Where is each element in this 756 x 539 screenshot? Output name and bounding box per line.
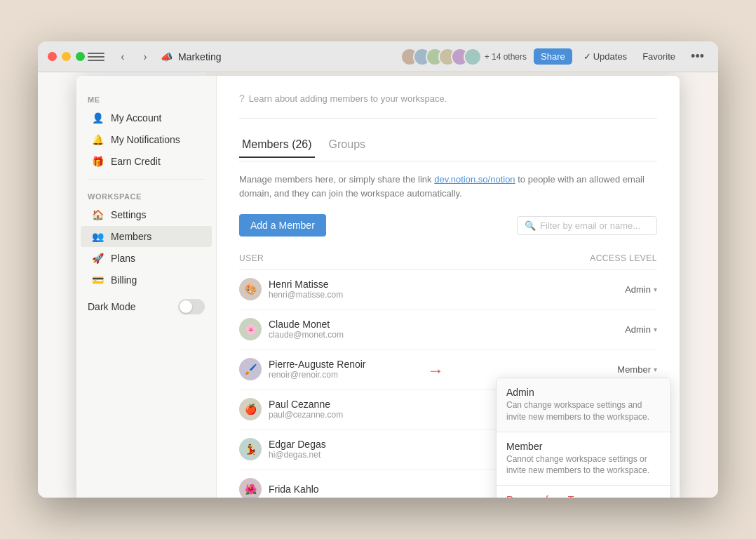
member-access-2[interactable]: Admin ▾ (625, 324, 657, 335)
learn-link[interactable]: ? Learn about adding members to your wor… (239, 93, 657, 119)
settings-icon: 🏠 (92, 209, 104, 220)
share-button[interactable]: Share (534, 48, 572, 65)
plans-icon: 🚀 (92, 253, 104, 264)
credit-icon: 🎁 (92, 156, 104, 167)
sidebar-toggle-button[interactable] (88, 48, 104, 65)
member-email-4: paul@cezanne.com (269, 410, 343, 420)
dropdown-admin-title: Admin (506, 387, 661, 398)
member-details-2: Claude Monet claude@monet.com (269, 319, 344, 340)
sidebar-item-plans[interactable]: 🚀 Plans (81, 248, 212, 269)
member-info-3: 🖌️ Pierre-Auguste Renoir renoir@renoir.c… (239, 358, 366, 380)
member-info-2: 🌸 Claude Monet claude@monet.com (239, 318, 344, 340)
sidebar-label-earn-credit: Earn Credit (111, 156, 161, 167)
sidebar-label-plans: Plans (111, 253, 135, 264)
app-window: ‹ › 📣 Marketing + 14 others Share ✓ Upda… (38, 41, 718, 498)
filter-input[interactable] (540, 220, 649, 231)
member-name-2: Claude Monet (269, 319, 344, 330)
chevron-down-icon-3: ▾ (654, 366, 657, 373)
arrow-indicator: → (427, 361, 444, 380)
dark-mode-label: Dark Mode (88, 301, 135, 312)
sidebar-item-settings[interactable]: 🏠 Settings (81, 204, 212, 225)
member-details-1: Henri Matisse henri@matisse.com (269, 279, 343, 300)
member-email-2: claude@monet.com (269, 330, 344, 340)
member-details-6: Frida Kahlo (269, 484, 319, 495)
close-button[interactable] (48, 52, 57, 61)
member-avatar-5: 💃 (239, 438, 262, 460)
avatar-6 (464, 48, 482, 66)
question-icon: ? (239, 93, 245, 104)
dropdown-member-title: Member (506, 441, 661, 452)
member-info-6: 🌺 Frida Kahlo (239, 478, 319, 498)
settings-sidebar: ME 👤 My Account 🔔 My Notifications 🎁 Ear… (76, 76, 217, 498)
member-row-3: 🖌️ Pierre-Auguste Renoir renoir@renoir.c… (239, 350, 657, 390)
member-details-4: Paul Cezanne paul@cezanne.com (269, 399, 343, 420)
member-name-3: Pierre-Auguste Renoir (269, 359, 366, 370)
members-icon: 👥 (92, 231, 104, 242)
billing-icon: 💳 (92, 274, 104, 286)
me-section-label: ME (76, 90, 216, 107)
member-access-3[interactable]: Member ▾ (617, 364, 657, 375)
member-name-5: Edgar Degas (269, 439, 326, 450)
minimize-button[interactable] (62, 52, 71, 61)
member-info-1: 🎨 Henri Matisse henri@matisse.com (239, 278, 343, 300)
sidebar-item-billing[interactable]: 💳 Billing (81, 270, 212, 291)
page-icon: 📣 (161, 51, 173, 62)
titlebar-right: + 14 others Share ✓ Updates Favorite ••• (400, 48, 708, 66)
actions-row: Add a Member 🔍 (239, 214, 657, 237)
member-info-4: 🍎 Paul Cezanne paul@cezanne.com (239, 398, 343, 420)
member-row-2: 🌸 Claude Monet claude@monet.com Admin ▾ (239, 310, 657, 350)
member-avatar-1: 🎨 (239, 278, 262, 300)
dropdown-option-admin[interactable]: Admin Can change workspace settings and … (497, 378, 670, 432)
workspace-section-label: WORKSPACE (76, 187, 216, 204)
member-email-5: hi@degas.net (269, 450, 326, 460)
learn-link-text: Learn about adding members to your works… (249, 93, 447, 104)
more-options-button[interactable]: ••• (687, 48, 708, 65)
titlebar: ‹ › 📣 Marketing + 14 others Share ✓ Upda… (38, 41, 718, 72)
updates-button[interactable]: ✓ Updates (579, 49, 631, 64)
tabs-row: Members (26) Groups (239, 135, 657, 158)
back-button[interactable]: ‹ (114, 48, 131, 65)
sidebar-item-earn-credit[interactable]: 🎁 Earn Credit (81, 151, 212, 172)
sidebar-label-my-notifications: My Notifications (111, 134, 180, 145)
chevron-down-icon-2: ▾ (654, 326, 657, 333)
manage-text: Manage members here, or simply share the… (239, 173, 657, 200)
search-icon: 🔍 (525, 220, 536, 231)
sidebar-label-settings: Settings (111, 209, 147, 220)
modal-overlay: ME 👤 My Account 🔔 My Notifications 🎁 Ear… (38, 72, 718, 498)
sidebar-label-members: Members (111, 231, 151, 242)
member-row-1: 🎨 Henri Matisse henri@matisse.com Admin … (239, 270, 657, 310)
dropdown-member-desc: Cannot change workspace settings or invi… (506, 453, 661, 477)
toggle-knob (180, 300, 192, 313)
favorite-button[interactable]: Favorite (638, 49, 680, 64)
sidebar-item-my-notifications[interactable]: 🔔 My Notifications (81, 129, 212, 150)
member-access-1[interactable]: Admin ▾ (625, 284, 657, 295)
member-details-3: Pierre-Auguste Renoir renoir@renoir.com (269, 359, 366, 380)
dropdown-option-member[interactable]: Member Cannot change workspace settings … (497, 432, 670, 486)
sidebar-item-my-account[interactable]: 👤 My Account (81, 107, 212, 128)
settings-content: ? Learn about adding members to your wor… (217, 76, 680, 498)
sidebar-label-billing: Billing (111, 274, 137, 286)
filter-input-wrap: 🔍 (517, 216, 657, 235)
add-member-button[interactable]: Add a Member (239, 214, 326, 237)
maximize-button[interactable] (76, 52, 85, 61)
dark-mode-toggle[interactable] (178, 299, 205, 314)
tab-members[interactable]: Members (26) (239, 135, 315, 158)
others-count: + 14 others (485, 52, 527, 62)
notion-link[interactable]: dev.notion.so/notion (434, 174, 515, 185)
table-header: User Access Level (239, 251, 657, 270)
avatar-group: + 14 others (400, 48, 527, 66)
dropdown-remove-option[interactable]: Remove from Team (497, 486, 670, 498)
sidebar-label-my-account: My Account (111, 112, 161, 124)
main-content: 📦 Media/PR Reporters, bloggers, approach… (38, 72, 718, 498)
sidebar-divider (88, 179, 205, 180)
account-icon: 👤 (92, 112, 104, 124)
tab-divider (239, 161, 657, 161)
forward-button[interactable]: › (137, 48, 154, 65)
navigation-buttons: ‹ › (114, 48, 154, 65)
sidebar-item-members[interactable]: 👥 Members (81, 226, 212, 247)
col-access: Access Level (590, 253, 657, 263)
tab-groups[interactable]: Groups (326, 135, 368, 158)
access-dropdown: Admin Can change workspace settings and … (496, 378, 671, 498)
member-email-1: henri@matisse.com (269, 290, 343, 300)
member-name-4: Paul Cezanne (269, 399, 343, 410)
